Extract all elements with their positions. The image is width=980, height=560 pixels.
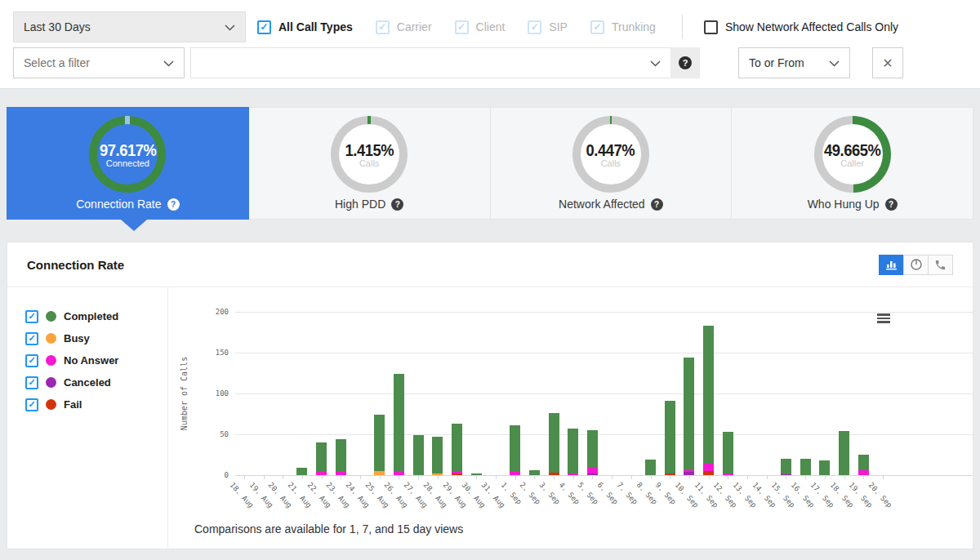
series-color-dot	[46, 355, 56, 366]
x-tick-mark	[805, 476, 806, 479]
bar-segment-canceled[interactable]	[781, 474, 791, 475]
bar-segment-fail[interactable]	[549, 473, 559, 475]
call-type-trunking-checkbox: ✓Trunking	[590, 20, 656, 34]
bar-segment-completed[interactable]	[549, 413, 559, 473]
bar-segment-no-answer[interactable]	[703, 464, 714, 471]
bar-segment-completed[interactable]	[510, 425, 520, 472]
bar-segment-busy[interactable]	[432, 473, 443, 475]
filter-value-combobox[interactable]	[190, 47, 670, 78]
bar-segment-fail[interactable]	[452, 473, 462, 475]
card-title-row: Network Affected ?	[491, 198, 732, 211]
bar-segment-no-answer[interactable]	[394, 471, 404, 475]
clear-filter-button[interactable]: ✕	[872, 47, 903, 78]
bar-segment-no-answer[interactable]	[858, 470, 869, 475]
filter-type-select[interactable]: Select a filter	[13, 47, 185, 78]
legend-label: Busy	[64, 332, 90, 344]
bar-segment-completed[interactable]	[568, 429, 578, 473]
bar-segment-busy[interactable]	[374, 471, 385, 475]
bar-segment-canceled[interactable]	[684, 472, 694, 475]
bar-segment-no-answer[interactable]	[568, 473, 578, 475]
legend-item-busy[interactable]: ✓Busy	[25, 327, 167, 349]
x-tick-mark	[631, 476, 632, 479]
bar-segment-completed[interactable]	[394, 374, 404, 471]
bar-segment-completed[interactable]	[723, 432, 733, 473]
card-high-pdd[interactable]: 1.415% Calls High PDD ?	[248, 107, 491, 220]
bar-segment-completed[interactable]	[645, 460, 656, 475]
bar-segment-completed[interactable]	[529, 470, 540, 475]
bar-segment-no-answer[interactable]	[510, 472, 520, 475]
bar-segment-no-answer[interactable]	[684, 470, 694, 472]
bar-segment-completed[interactable]	[413, 435, 424, 475]
filter-help-button[interactable]: ?	[670, 47, 700, 78]
gridline	[235, 353, 973, 353]
x-tick-mark	[844, 476, 845, 479]
panel-body: ✓Completed✓Busy✓No Answer✓Canceled✓Fail …	[7, 287, 973, 549]
bar-segment-fail[interactable]	[665, 473, 675, 475]
help-icon[interactable]: ?	[885, 198, 898, 211]
toolbar-row-2: Select a filter ? To or From ✕	[0, 47, 980, 78]
bar-segment-completed[interactable]	[819, 460, 830, 475]
card-network-affected[interactable]: 0.447% Calls Network Affected ?	[490, 107, 733, 220]
x-tick-mark	[689, 476, 690, 479]
bar-segment-completed[interactable]	[587, 430, 598, 468]
toolbar-row-1: Last 30 Days ✓ All Call Types ✓Carrier✓C…	[0, 11, 980, 42]
card-title-row: High PDD ?	[249, 198, 490, 211]
bar-segment-completed[interactable]	[296, 468, 307, 475]
x-axis-line	[235, 475, 973, 476]
chevron-down-icon[interactable]	[650, 56, 661, 70]
bar-segment-completed[interactable]	[800, 459, 811, 475]
call-type-client-checkbox: ✓Client	[455, 20, 506, 34]
legend-item-fail[interactable]: ✓Fail	[25, 393, 167, 416]
legend-item-no-answer[interactable]: ✓No Answer	[25, 349, 167, 371]
bar-segment-completed[interactable]	[336, 439, 346, 472]
card-title: Who Hung Up	[808, 198, 880, 211]
bar-segment-completed[interactable]	[452, 424, 462, 471]
donut-center: 49.665% Caller	[822, 124, 883, 184]
checkbox-checked-icon: ✓	[25, 332, 38, 345]
bar-segment-no-answer[interactable]	[587, 468, 598, 473]
bar-segment-fail[interactable]	[703, 471, 714, 475]
x-tick-mark	[883, 476, 884, 479]
bar-segment-completed[interactable]	[471, 473, 482, 475]
bar-segment-no-answer[interactable]	[452, 471, 462, 473]
help-icon[interactable]: ?	[167, 198, 180, 211]
filter-type-value: Select a filter	[24, 56, 90, 69]
x-tick-mark	[747, 476, 748, 479]
help-icon[interactable]: ?	[651, 198, 663, 211]
all-call-types-checkbox[interactable]: ✓ All Call Types	[257, 20, 353, 34]
bar-segment-completed[interactable]	[858, 455, 869, 470]
filter-value-input[interactable]	[201, 56, 642, 70]
chart-export-menu-icon[interactable]	[877, 313, 890, 325]
bar-segment-completed[interactable]	[781, 459, 791, 474]
phone-view-button[interactable]	[928, 255, 953, 275]
bar-segment-completed[interactable]	[316, 442, 327, 472]
bar-segment-completed[interactable]	[703, 326, 714, 464]
legend-item-completed[interactable]: ✓Completed	[25, 305, 167, 327]
date-range-select[interactable]: Last 30 Days	[13, 11, 246, 42]
bar-segment-completed[interactable]	[665, 401, 675, 473]
bar-segment-completed[interactable]	[684, 358, 694, 470]
x-tick-mark	[264, 476, 265, 479]
bar-segment-completed[interactable]	[374, 415, 385, 471]
clock-view-button[interactable]	[903, 255, 929, 275]
bar-segment-no-answer[interactable]	[336, 472, 346, 475]
donut-center: 1.415% Calls	[339, 124, 399, 184]
card-connection-rate[interactable]: 97.617% Connected Connection Rate ?	[7, 107, 249, 220]
card-who-hung-up[interactable]: 49.665% Caller Who Hung Up ?	[731, 107, 973, 220]
legend-item-canceled[interactable]: ✓Canceled	[25, 371, 167, 393]
bar-chart-view-button[interactable]	[879, 255, 904, 275]
bar-segment-canceled[interactable]	[587, 473, 598, 475]
direction-select[interactable]: To or From	[738, 47, 850, 78]
bar-segment-no-answer[interactable]	[316, 472, 327, 475]
help-icon[interactable]: ?	[391, 198, 403, 211]
series-color-dot	[46, 333, 56, 344]
donut-ring: 0.447% Calls	[572, 116, 649, 193]
bar-segment-no-answer[interactable]	[723, 473, 733, 475]
bar-segment-completed[interactable]	[432, 437, 443, 473]
chevron-down-icon	[225, 20, 235, 33]
bar-segment-completed[interactable]	[839, 431, 849, 475]
donut-ring: 1.415% Calls	[331, 116, 408, 193]
donut-center: 0.447% Calls	[581, 124, 641, 184]
panel-header: Connection Rate	[7, 242, 973, 287]
network-affected-only-checkbox[interactable]: Show Network Affected Calls Only	[704, 20, 898, 34]
